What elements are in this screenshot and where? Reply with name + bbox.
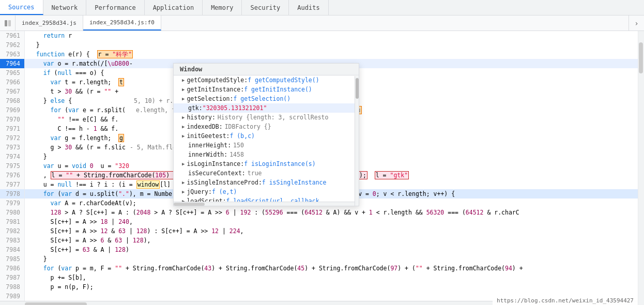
line-number: 7962 <box>0 40 25 50</box>
line-number: 7980 <box>0 208 25 217</box>
file-tab-more-icon[interactable]: › <box>628 16 644 30</box>
table-row: 7980 128 > A ? S[c++] = A : (2048 > A ? … <box>0 208 638 217</box>
autocomplete-item[interactable]: ▶ initGeetest: f (b,c) <box>174 131 359 141</box>
table-row: 7963 function e(r) { r = "科学" <box>0 50 638 59</box>
line-number: 7974 <box>0 152 25 161</box>
line-number: 7968 <box>0 96 25 105</box>
table-row: 7982 S[c++] = A >> 12 & 63 | 128) : S[c+… <box>0 226 638 236</box>
autocomplete-item[interactable]: ▶ getInitInstance: f getInitInstance() <box>174 85 359 94</box>
item-value: History {length: 3, scrollResto <box>218 114 329 121</box>
item-key: getSelection: <box>187 95 233 102</box>
table-row: 7984 S[c++] = 63 & A | 128) <box>0 245 638 254</box>
line-number: 7986 <box>0 264 25 273</box>
line-number: 7972 <box>0 133 25 143</box>
expand-icon: ▶ <box>182 124 185 129</box>
autocomplete-h-thumb[interactable] <box>174 203 205 206</box>
tab-audits[interactable]: Audits <box>289 0 328 15</box>
autocomplete-item[interactable]: ▶ indexedDB: IDBFactory {} <box>174 122 359 131</box>
line-number: 7985 <box>0 254 25 264</box>
tab-memory[interactable]: Memory <box>203 0 242 15</box>
item-key: jQuery: <box>187 188 211 195</box>
item-key: isLoginInstance: <box>187 160 244 167</box>
item-value: f isSingleInstance <box>262 179 327 186</box>
h-scroll-thumb[interactable] <box>25 302 87 306</box>
expand-icon: ▶ <box>182 161 185 166</box>
line-content: } <box>25 254 638 264</box>
autocomplete-header: Window <box>174 64 359 75</box>
v-scroll-thumb[interactable] <box>639 42 643 73</box>
h-scroll-track <box>25 301 56 306</box>
item-value: f getSelection() <box>233 95 290 102</box>
line-content: return r <box>25 31 638 40</box>
autocomplete-item[interactable]: ▶ isLoginInstance: f isLoginInstance(s) <box>174 159 359 169</box>
sidebar-toggle-icon[interactable] <box>0 16 16 30</box>
autocomplete-item[interactable]: ▶ isSingleInstanceProd: f isSingleInstan… <box>174 178 359 187</box>
line-number: 7976 <box>0 171 25 180</box>
item-value: 150 <box>233 142 244 149</box>
line-number: 7970 <box>0 115 25 124</box>
item-key: getComputedStyle: <box>187 77 248 84</box>
svg-rect-0 <box>5 20 7 26</box>
expand-icon: ▶ <box>182 189 185 194</box>
item-value: true <box>248 170 262 177</box>
item-value: f getInitInstance() <box>244 86 312 93</box>
file-tab-2[interactable]: index_2958d34.js:f0 <box>83 16 161 30</box>
line-content: S[c++] = A >> 12 & 63 | 128) : S[c++] = … <box>25 226 638 236</box>
tab-sources[interactable]: Sources <box>0 0 43 15</box>
item-value: f (e,t) <box>212 188 237 195</box>
item-key: initGeetest: <box>187 132 229 140</box>
autocomplete-h-scrollbar[interactable] <box>174 202 355 206</box>
item-value: f isLoginInstance(s) <box>244 160 315 167</box>
line-content: p = n(p, F); <box>25 282 638 292</box>
line-number: 7977 <box>0 180 25 189</box>
vertical-scrollbar[interactable] <box>638 31 644 305</box>
tab-network[interactable]: Network <box>43 0 87 15</box>
autocomplete-list: ▶ getComputedStyle: f getComputedStyle()… <box>174 75 359 206</box>
line-number: 7979 <box>0 199 25 208</box>
line-number: 7966 <box>0 78 25 87</box>
line-number: 7971 <box>0 124 25 133</box>
line-number: 7961 <box>0 31 25 40</box>
tab-application[interactable]: Application <box>145 0 203 15</box>
file-tab-1[interactable]: index_2958d34.js <box>16 16 83 30</box>
table-row: 7987 p += S[b], <box>0 273 638 282</box>
tab-performance[interactable]: Performance <box>86 0 144 15</box>
item-key: innerWidth: <box>188 151 227 158</box>
expand-icon: ▶ <box>182 78 185 83</box>
item-value: f (b,c) <box>230 132 255 140</box>
autocomplete-dropdown[interactable]: Window ▶ getComputedStyle: f getComputed… <box>173 63 359 206</box>
table-row: 7988 p = n(p, F); <box>0 282 638 292</box>
line-number: 7989 <box>0 292 25 301</box>
autocomplete-item[interactable]: innerWidth: 1458 <box>174 150 359 159</box>
autocomplete-item[interactable]: innerHeight: 150 <box>174 141 359 150</box>
item-key: indexedDB: <box>187 123 222 130</box>
autocomplete-item[interactable]: ▶ jQuery: f (e,t) <box>174 187 359 196</box>
status-bar: https://blog.csdn.net/weixin_id_43594427 <box>493 296 638 305</box>
expand-icon: ▶ <box>182 133 185 139</box>
line-number: 7978 <box>0 189 25 199</box>
item-key: history: <box>187 114 215 121</box>
line-content: S[c++] = A >> 18 | 240, <box>25 217 638 226</box>
autocomplete-item[interactable]: isSecureContext: true <box>174 169 359 178</box>
line-number: 7967 <box>0 87 25 96</box>
autocomplete-item[interactable]: ▶ getSelection: f getSelection() <box>174 94 359 103</box>
autocomplete-item[interactable]: ▶ history: History {length: 3, scrollRes… <box>174 113 359 122</box>
autocomplete-scrollbar[interactable] <box>355 76 359 206</box>
autocomplete-item[interactable]: ▶ getComputedStyle: f getComputedStyle() <box>174 75 359 85</box>
table-row: 7981 S[c++] = A >> 18 | 240, <box>0 217 638 226</box>
line-number: 7988 <box>0 282 25 292</box>
table-row: 7962 } <box>0 40 638 50</box>
line-number: 7969 <box>0 105 25 115</box>
line-content: for (var p = m, F = "" + String.fromChar… <box>25 264 638 273</box>
tab-bar: Sources Network Performance Application … <box>0 0 644 16</box>
table-row: 7961 return r <box>0 31 638 40</box>
tab-security[interactable]: Security <box>242 0 289 15</box>
expand-icon: ▶ <box>182 115 185 120</box>
autocomplete-scroll-thumb[interactable] <box>356 78 359 99</box>
line-content: p += S[b], <box>25 273 638 282</box>
line-number: 7963 <box>0 50 25 59</box>
expand-icon: ▶ <box>182 180 185 185</box>
line-number: 7981 <box>0 217 25 226</box>
line-content: S[c++] = 63 & A | 128) <box>25 245 638 254</box>
autocomplete-item-gtk[interactable]: gtk: "320305.131321201" <box>174 103 359 113</box>
